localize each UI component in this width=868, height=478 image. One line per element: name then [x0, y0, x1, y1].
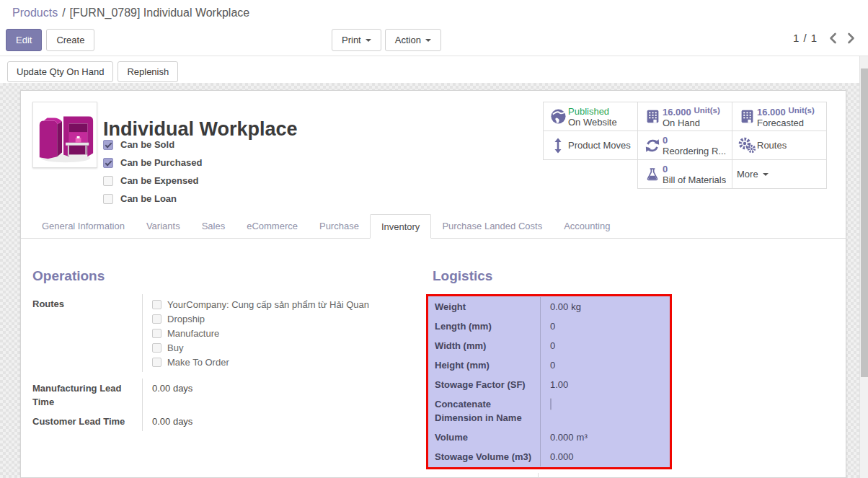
stat-button-bill-of-materials[interactable]: 0 Bill of Materials	[637, 159, 732, 189]
routes-field-row: Routes YourCompany: Cung cấp sản phẩm từ…	[32, 294, 397, 372]
stowage-factor-row: Stowage Factor (SF) 1.00	[428, 375, 670, 394]
scrollbar-track[interactable]	[859, 56, 868, 478]
gears-icon	[737, 137, 757, 154]
tab-variants[interactable]: Variants	[136, 214, 191, 238]
stowage-volume-value: 0.000	[540, 447, 670, 466]
concatenate-dimension-value	[540, 394, 670, 428]
edit-button[interactable]: Edit	[6, 29, 42, 51]
route-buy-checkbox[interactable]	[152, 343, 161, 353]
can-be-expensed-checkbox[interactable]	[103, 176, 113, 186]
route-option-dropship: Dropship	[152, 311, 397, 326]
tab-general-information[interactable]: General Information	[31, 214, 136, 238]
height-value: 0	[540, 355, 670, 375]
route-make-to-order-checkbox[interactable]	[152, 358, 161, 367]
concatenate-dimension-row: Concatenate Dimension in Name	[428, 394, 670, 428]
logistics-group: Logistics Weight 0.00kg Length (mm) 0 Wi…	[426, 268, 672, 478]
route-manufacture-checkbox[interactable]	[152, 329, 161, 338]
volume-row: Volume 0.000m³	[428, 428, 670, 447]
routes-field-label: Routes	[32, 294, 142, 372]
stat-grid-spacer	[543, 159, 638, 189]
operations-group: Operations Routes YourCompany: Cung cấp …	[32, 268, 397, 431]
updown-arrow-icon	[548, 137, 568, 154]
control-panel: Products/[FURN_0789] Individual Workplac…	[0, 0, 868, 83]
volume-value: 0.000m³	[540, 428, 670, 447]
flag-can-be-loan: Can be Loan	[103, 190, 202, 208]
weight-row: Weight 0.00kg	[428, 297, 670, 317]
operations-title: Operations	[32, 268, 397, 284]
stat-button-product-moves[interactable]: Product Moves	[543, 130, 638, 160]
can-be-sold-checkbox[interactable]	[103, 140, 113, 150]
stat-button-box: Published On Website 16.000 Unit(s) On H…	[544, 102, 828, 189]
stat-button-forecasted[interactable]: 16.000 Unit(s) Forecasted	[732, 102, 827, 131]
action-dropdown-button[interactable]: Action	[385, 29, 441, 51]
tab-sales[interactable]: Sales	[191, 214, 236, 238]
replenish-button[interactable]: Replenish	[118, 61, 178, 82]
stat-button-on-website[interactable]: Published On Website	[543, 102, 638, 131]
create-button[interactable]: Create	[46, 29, 94, 51]
stowage-factor-value: 1.00	[540, 375, 670, 394]
route-option-manufacture: Manufacture	[152, 326, 397, 340]
stowage-volume-row: Stowage Volume (m3) 0.000	[428, 447, 670, 466]
width-row: Width (mm) 0	[428, 336, 670, 355]
stat-button-reordering-rules[interactable]: 0 Reordering R...	[637, 130, 732, 160]
width-value: 0	[540, 336, 670, 355]
product-flags: Can be Sold Can be Purchased Can be Expe…	[103, 136, 202, 208]
tab-purchase-landed-costs[interactable]: Purchase Landed Costs	[431, 214, 553, 238]
caret-down-icon	[366, 39, 371, 42]
scrollbar-thumb[interactable]	[861, 68, 868, 377]
tab-accounting[interactable]: Accounting	[553, 214, 621, 238]
flag-can-be-purchased: Can be Purchased	[103, 154, 202, 172]
building-icon	[737, 109, 757, 124]
stat-button-more[interactable]: More	[732, 159, 827, 189]
concatenate-dimension-checkbox[interactable]	[550, 398, 552, 410]
routes-field-value: YourCompany: Cung cấp sản phẩm từ Hải Qu…	[142, 294, 397, 372]
tab-inventory[interactable]: Inventory	[370, 214, 431, 239]
building-icon	[642, 109, 663, 124]
highlighted-logistics-box: Weight 0.00kg Length (mm) 0 Width (mm) 0…	[426, 294, 672, 469]
route-yourcompany-checkbox[interactable]	[152, 300, 161, 309]
chevron-right-icon[interactable]	[847, 32, 855, 44]
product-form-sheet: Individual Workplace Can be Sold Can be …	[20, 90, 846, 478]
responsible-row: Responsible OdooBot	[426, 473, 672, 478]
length-value: 0	[540, 317, 670, 336]
can-be-loan-checkbox[interactable]	[103, 194, 113, 204]
manufacturing-lead-time-row: Manufacturing Lead Time 0.00 days	[32, 379, 397, 412]
flask-icon	[642, 167, 663, 182]
caret-down-icon	[763, 173, 769, 176]
flag-can-be-sold: Can be Sold	[103, 136, 202, 154]
divider	[0, 56, 868, 56]
customer-lead-time-value: 0.00 days	[142, 412, 397, 431]
logistics-title: Logistics	[426, 268, 672, 284]
route-option-make-to-order: Make To Order	[152, 355, 397, 369]
chevron-left-icon[interactable]	[829, 32, 837, 44]
refresh-icon	[642, 138, 663, 154]
globe-icon	[548, 108, 568, 125]
workplace-booth-image	[33, 102, 97, 167]
length-row: Length (mm) 0	[428, 317, 670, 336]
route-option-yourcompany: YourCompany: Cung cấp sản phẩm từ Hải Qu…	[152, 297, 397, 311]
flag-can-be-expensed: Can be Expensed	[103, 172, 202, 190]
customer-lead-time-row: Customer Lead Time 0.00 days	[32, 412, 397, 431]
breadcrumb-separator: /	[62, 6, 65, 19]
notebook-tabs: General Information Variants Sales eComm…	[21, 214, 846, 239]
pager: 1 / 1	[793, 32, 855, 44]
manufacturing-lead-time-value: 0.00 days	[142, 379, 397, 412]
update-qty-on-hand-button[interactable]: Update Qty On Hand	[7, 61, 113, 82]
tab-ecommerce[interactable]: eCommerce	[236, 214, 309, 238]
breadcrumb-current: [FURN_0789] Individual Workplace	[70, 6, 250, 19]
route-dropship-checkbox[interactable]	[152, 314, 161, 324]
breadcrumb: Products/[FURN_0789] Individual Workplac…	[12, 6, 249, 19]
stat-button-routes[interactable]: Routes	[732, 130, 827, 160]
stat-button-on-hand[interactable]: 16.000 Unit(s) On Hand	[637, 102, 732, 131]
weight-value: 0.00kg	[540, 297, 670, 317]
print-dropdown-button[interactable]: Print	[332, 29, 381, 51]
height-row: Height (mm) 0	[428, 355, 670, 375]
pager-value: 1 / 1	[793, 32, 818, 44]
responsible-value: OdooBot	[538, 473, 672, 478]
product-image	[32, 102, 97, 168]
breadcrumb-products-link[interactable]: Products	[12, 6, 58, 19]
tab-purchase[interactable]: Purchase	[309, 214, 370, 238]
caret-down-icon	[425, 39, 431, 42]
can-be-purchased-checkbox[interactable]	[103, 158, 113, 168]
route-option-buy: Buy	[152, 340, 397, 355]
